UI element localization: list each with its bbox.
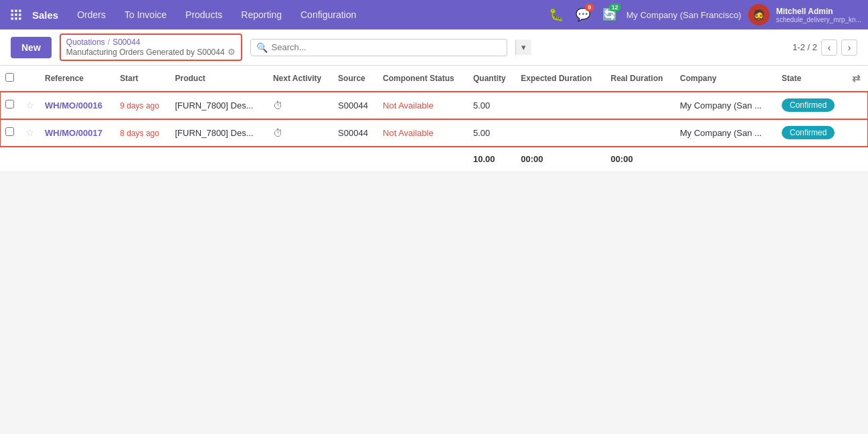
row-star-cell: ☆: [20, 92, 39, 119]
svg-rect-1: [15, 10, 17, 12]
page-subtitle-text: Manufacturing Orders Generated by S00044: [66, 48, 225, 57]
row-checkbox[interactable]: [5, 127, 14, 136]
col-expected-duration[interactable]: Expected Duration: [515, 66, 605, 92]
nav-to-invoice[interactable]: To Invoice: [116, 5, 175, 24]
star-icon[interactable]: ☆: [25, 99, 34, 111]
row-component-status: Not Available: [377, 92, 468, 119]
col-state[interactable]: State: [776, 66, 847, 92]
nav-products[interactable]: Products: [177, 5, 230, 24]
chat-badge: 9: [585, 3, 594, 11]
nav-brand[interactable]: Sales: [32, 9, 58, 21]
next-page-btn[interactable]: ›: [841, 40, 857, 56]
time-ago: 8 days ago: [120, 129, 159, 138]
component-status-text: Not Available: [383, 128, 434, 138]
totals-empty-9: [675, 147, 776, 171]
row-real-duration: [606, 92, 675, 119]
totals-empty-8: [377, 147, 468, 171]
row-checkbox[interactable]: [5, 100, 14, 108]
user-name: Mitchell Admin: [776, 7, 861, 16]
apps-icon[interactable]: [7, 5, 25, 24]
user-avatar[interactable]: 🧔: [748, 4, 770, 25]
nav-right: 🐛 💬 9 🔄 12 My Company (San Francisco) 🧔 …: [546, 4, 861, 25]
table-row[interactable]: ☆ WH/MO/00016 9 days ago [FURN_7800] Des…: [0, 92, 868, 119]
breadcrumb-parent[interactable]: Quotations: [66, 38, 105, 47]
svg-rect-8: [19, 17, 21, 19]
totals-empty-5: [169, 147, 267, 171]
nav-company[interactable]: My Company (San Francisco): [626, 10, 742, 20]
clock-icon[interactable]: ⏱: [273, 127, 283, 139]
filter-icon[interactable]: ⇄: [852, 72, 861, 84]
row-product: [FURN_7800] Des...: [169, 92, 267, 119]
search-area: 🔍: [250, 39, 507, 56]
col-source[interactable]: Source: [333, 66, 377, 92]
col-product[interactable]: Product: [169, 66, 267, 92]
search-input[interactable]: [272, 42, 501, 52]
svg-rect-6: [11, 17, 13, 19]
row-checkbox-cell: [0, 92, 20, 119]
row-quantity: 5.00: [468, 119, 515, 147]
row-start: 9 days ago: [114, 92, 169, 119]
row-product: [FURN_7800] Des...: [169, 119, 267, 147]
breadcrumb-current: S00044: [112, 38, 140, 47]
top-nav: Sales Orders To Invoice Products Reporti…: [0, 0, 868, 29]
col-start[interactable]: Start: [114, 66, 169, 92]
activity-icon-btn[interactable]: 🔄 12: [600, 5, 620, 25]
totals-empty-3: [39, 147, 114, 171]
col-company[interactable]: Company: [675, 66, 776, 92]
nav-orders[interactable]: Orders: [69, 5, 114, 24]
totals-empty-10: [776, 147, 847, 171]
row-next-activity[interactable]: ⏱: [268, 119, 333, 147]
row-extra: [847, 119, 868, 147]
row-real-duration: [606, 119, 675, 147]
col-real-duration[interactable]: Real Duration: [606, 66, 675, 92]
row-ref[interactable]: WH/MO/00016: [39, 92, 114, 119]
ref-link[interactable]: WH/MO/00017: [45, 128, 102, 138]
totals-empty-2: [20, 147, 39, 171]
star-col-header: [20, 66, 39, 92]
nav-reporting[interactable]: Reporting: [233, 5, 290, 24]
row-start: 8 days ago: [114, 119, 169, 147]
row-expected-duration: [515, 119, 605, 147]
page-subtitle: Manufacturing Orders Generated by S00044…: [66, 47, 236, 57]
row-source: S00044: [333, 92, 377, 119]
col-filter-icon[interactable]: ⇄: [847, 66, 868, 92]
row-quantity: 5.00: [468, 92, 515, 119]
manufacturing-orders-table: Reference Start Product Next Activity So…: [0, 66, 868, 171]
prev-page-btn[interactable]: ‹: [821, 40, 837, 56]
row-source: S00044: [333, 119, 377, 147]
col-quantity[interactable]: Quantity: [468, 66, 515, 92]
clock-icon[interactable]: ⏱: [273, 100, 283, 111]
row-company: My Company (San ...: [675, 119, 776, 147]
col-next-activity[interactable]: Next Activity: [268, 66, 333, 92]
search-icon: 🔍: [256, 42, 268, 53]
col-component-status[interactable]: Component Status: [377, 66, 468, 92]
bug-icon-btn[interactable]: 🐛: [546, 5, 566, 25]
col-reference[interactable]: Reference: [39, 66, 114, 92]
totals-row: 10.00 00:00 00:00: [0, 147, 868, 171]
table-row[interactable]: ☆ WH/MO/00017 8 days ago [FURN_7800] Des…: [0, 119, 868, 147]
select-all-checkbox[interactable]: [5, 73, 14, 82]
totals-quantity: 10.00: [468, 147, 515, 171]
new-button[interactable]: New: [11, 37, 52, 58]
totals-empty-4: [114, 147, 169, 171]
component-status-text: Not Available: [383, 100, 434, 111]
row-ref[interactable]: WH/MO/00017: [39, 119, 114, 147]
settings-icon[interactable]: ⚙: [228, 47, 236, 57]
breadcrumb: Quotations / S00044: [66, 38, 236, 47]
totals-real-duration: 00:00: [606, 147, 675, 171]
table-header-row: Reference Start Product Next Activity So…: [0, 66, 868, 92]
totals-empty-7: [333, 147, 377, 171]
row-extra: [847, 92, 868, 119]
row-next-activity[interactable]: ⏱: [268, 92, 333, 119]
user-info[interactable]: Mitchell Admin schedule_delivery_mrp_kn.…: [776, 7, 861, 23]
chat-icon-btn[interactable]: 💬 9: [573, 5, 593, 25]
nav-configuration[interactable]: Configuration: [292, 5, 364, 24]
row-component-status: Not Available: [377, 119, 468, 147]
ref-link[interactable]: WH/MO/00016: [45, 100, 102, 111]
row-company: My Company (San ...: [675, 92, 776, 119]
star-icon[interactable]: ☆: [25, 127, 34, 138]
search-dropdown-btn[interactable]: ▾: [515, 40, 531, 55]
user-sub: schedule_delivery_mrp_kn...: [776, 16, 861, 23]
totals-expected-duration: 00:00: [515, 147, 605, 171]
svg-rect-5: [19, 13, 21, 15]
